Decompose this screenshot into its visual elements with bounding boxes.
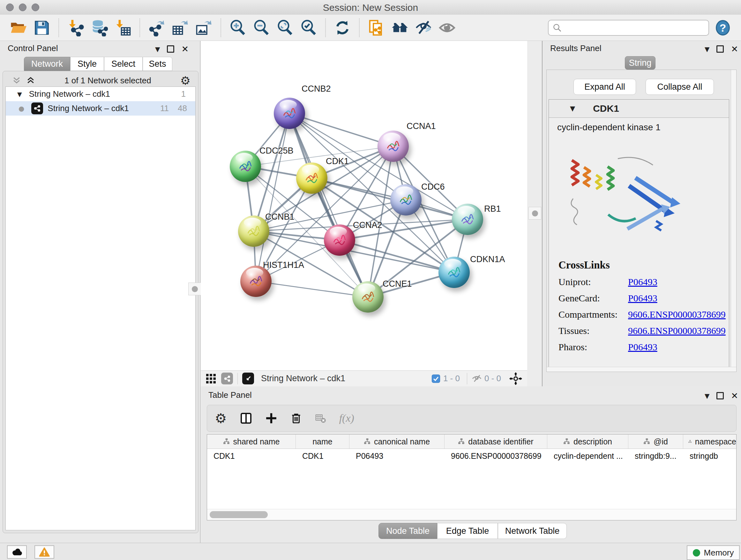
- column-header-database-identifier[interactable]: database identifier: [445, 435, 547, 449]
- export-table-button[interactable]: [171, 18, 190, 37]
- results-horizontal-scrollbar[interactable]: [547, 367, 736, 372]
- selected-checkbox-icon[interactable]: [431, 374, 441, 383]
- popout-view-icon[interactable]: [242, 373, 254, 384]
- column-header-canonical-name[interactable]: canonical name: [349, 435, 445, 449]
- refresh-button[interactable]: [333, 18, 352, 37]
- crosslink-link[interactable]: 9606.ENSP00000378699: [628, 325, 726, 336]
- import-network-button[interactable]: [66, 18, 85, 37]
- column-header-shared-name[interactable]: shared name: [207, 435, 296, 449]
- table-cell[interactable]: CDK1: [207, 449, 296, 463]
- column-header--id[interactable]: @id: [628, 435, 683, 449]
- node-CDKN1A[interactable]: [439, 257, 470, 288]
- table-cell[interactable]: 9606.ENSP00000378699: [445, 449, 547, 463]
- hidden-eye-icon[interactable]: [472, 374, 482, 384]
- column-header-namespace[interactable]: namespace: [683, 435, 736, 449]
- column-header-name[interactable]: name: [296, 435, 349, 449]
- hide-selected-button[interactable]: [414, 18, 433, 37]
- add-column-icon[interactable]: [265, 412, 277, 424]
- fit-selected-crosshair-icon[interactable]: [509, 372, 523, 386]
- tab-sets[interactable]: Sets: [143, 57, 172, 71]
- export-image-button[interactable]: [195, 18, 213, 37]
- birds-eye-grid-icon[interactable]: [205, 373, 217, 384]
- tab-network[interactable]: Network: [24, 57, 70, 71]
- network-options-gear-icon[interactable]: ⚙: [180, 74, 191, 87]
- crosslink-link[interactable]: 9606.ENSP00000378699: [628, 309, 726, 320]
- expand-all-button[interactable]: Expand All: [574, 79, 636, 95]
- float-panel-icon[interactable]: [717, 392, 724, 399]
- save-session-button[interactable]: [32, 18, 51, 37]
- import-network-from-database-button[interactable]: [90, 18, 109, 37]
- memory-button[interactable]: Memory: [687, 545, 740, 560]
- gene-expander-icon[interactable]: ▼: [570, 105, 575, 112]
- network-collection-row[interactable]: ▼ String Network – cdk1 1: [6, 87, 195, 101]
- table-row[interactable]: CDK1CDK1P064939606.ENSP00000378699cyclin…: [207, 449, 736, 463]
- table-cell[interactable]: cyclin-dependent ...: [547, 449, 628, 463]
- float-panel-icon[interactable]: [167, 45, 174, 53]
- node-CCNA2[interactable]: [324, 225, 355, 256]
- results-vertical-scrollbar[interactable]: [731, 70, 736, 372]
- tab-string[interactable]: String: [625, 56, 656, 70]
- zoom-selected-button[interactable]: [299, 18, 318, 37]
- close-panel-icon[interactable]: ✕: [181, 44, 189, 54]
- first-neighbors-button[interactable]: [391, 18, 409, 37]
- node-HIST1H1A[interactable]: [240, 266, 272, 297]
- close-panel-icon[interactable]: ✕: [731, 44, 738, 54]
- float-panel-icon[interactable]: [717, 45, 724, 53]
- table-cell[interactable]: stringdb:9...: [628, 449, 683, 463]
- node-RB1[interactable]: [452, 204, 483, 235]
- node-CDC6[interactable]: [390, 184, 421, 215]
- search-input[interactable]: [562, 22, 704, 33]
- collapse-all-networks-icon[interactable]: [12, 76, 21, 85]
- delete-column-trash-icon[interactable]: [290, 412, 302, 424]
- vertical-splitter-handle[interactable]: [529, 207, 541, 220]
- network-type-icon[interactable]: [221, 373, 233, 384]
- table-cell[interactable]: stringdb: [683, 449, 736, 463]
- close-panel-icon[interactable]: ✕: [731, 391, 738, 401]
- tab-select[interactable]: Select: [104, 57, 143, 71]
- edge-CCNB2-CCNA1[interactable]: [289, 113, 393, 146]
- show-columns-icon[interactable]: [240, 412, 253, 425]
- tab-network-table[interactable]: Network Table: [498, 523, 567, 539]
- node-CCNE1[interactable]: [352, 281, 384, 313]
- node-CCNB2[interactable]: [274, 98, 305, 129]
- edge-CCNE1-HIST1H1A[interactable]: [256, 281, 368, 297]
- collapse-panel-icon[interactable]: ▼: [704, 392, 710, 400]
- column-header-description[interactable]: description: [547, 435, 628, 449]
- control-panel-splitter-handle[interactable]: [188, 283, 201, 295]
- import-table-button[interactable]: [114, 18, 132, 37]
- table-cell[interactable]: P06493: [349, 449, 445, 463]
- network-canvas[interactable]: CCNB2 CCNA1 CDC25B CDK1 CDC6 RB1 CCNB1 C…: [201, 41, 527, 370]
- tab-edge-table[interactable]: Edge Table: [437, 523, 498, 539]
- tab-node-table[interactable]: Node Table: [379, 523, 437, 539]
- crosslink-link[interactable]: P06493: [628, 293, 657, 304]
- help-button[interactable]: ?: [714, 18, 732, 37]
- crosslink-link[interactable]: P06493: [628, 276, 657, 287]
- node-CCNB1[interactable]: [238, 215, 269, 247]
- zoom-out-button[interactable]: [252, 18, 271, 37]
- open-session-button[interactable]: [9, 18, 27, 37]
- collapse-panel-icon[interactable]: ▼: [155, 45, 160, 53]
- expand-all-networks-icon[interactable]: [26, 76, 36, 85]
- network-row[interactable]: ● String Network – cdk1 11 48: [6, 101, 195, 116]
- show-all-button[interactable]: [438, 18, 456, 37]
- table-horizontal-scrollbar[interactable]: [207, 509, 736, 520]
- table-options-gear-icon[interactable]: ⚙: [215, 411, 227, 426]
- node-CDK1[interactable]: [296, 163, 327, 194]
- cloud-status-button[interactable]: [7, 545, 27, 559]
- table-cell[interactable]: CDK1: [296, 449, 349, 463]
- table-scrollbar-thumb[interactable]: [210, 511, 268, 518]
- clone-network-button[interactable]: [367, 18, 386, 37]
- node-CDC25B[interactable]: [230, 151, 261, 182]
- function-builder-button[interactable]: f(x): [339, 412, 354, 424]
- zoom-fit-button[interactable]: [276, 18, 294, 37]
- collection-expander-icon[interactable]: ▼: [17, 91, 22, 98]
- collapse-panel-icon[interactable]: ▼: [704, 45, 710, 53]
- search-field[interactable]: [548, 20, 709, 36]
- node-CCNA1[interactable]: [378, 131, 409, 162]
- delete-table-icon[interactable]: [315, 413, 327, 424]
- collapse-all-button[interactable]: Collapse All: [646, 79, 714, 95]
- zoom-in-button[interactable]: [228, 18, 247, 37]
- tab-style[interactable]: Style: [70, 57, 104, 71]
- vertical-splitter[interactable]: [527, 41, 542, 386]
- crosslink-link[interactable]: P06493: [628, 341, 657, 353]
